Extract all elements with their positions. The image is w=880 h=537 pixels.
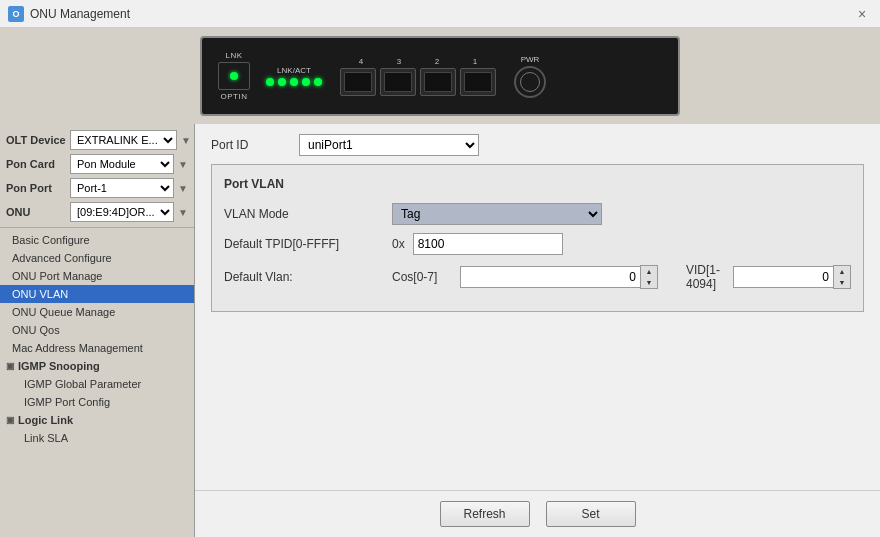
set-button[interactable]: Set bbox=[546, 501, 636, 527]
default-tpid-label: Default TPID[0-FFFF] bbox=[224, 237, 384, 251]
vid-section: VID[1-4094] ▲ ▼ bbox=[686, 263, 851, 291]
sidebar-divider bbox=[0, 227, 194, 228]
vlan-mode-row: VLAN Mode Tag bbox=[224, 203, 851, 225]
vid-increment-button[interactable]: ▲ bbox=[834, 266, 850, 277]
cos-label: Cos[0-7] bbox=[392, 270, 452, 284]
ports-section: 4 3 2 1 bbox=[338, 57, 498, 96]
logic-link-label: Logic Link bbox=[18, 414, 73, 426]
port-vlan-title: Port VLAN bbox=[224, 177, 851, 191]
sidebar-item-onu-vlan[interactable]: ONU VLAN bbox=[0, 285, 194, 303]
vid-spinbox-buttons: ▲ ▼ bbox=[833, 265, 851, 289]
sidebar-item-basic-configure[interactable]: Basic Configure bbox=[0, 231, 194, 249]
port-3 bbox=[380, 68, 416, 96]
onu-select[interactable]: [09:E9:4D]OR... bbox=[70, 202, 174, 222]
default-tpid-input[interactable] bbox=[413, 233, 563, 255]
vlan-mode-select[interactable]: Tag bbox=[392, 203, 602, 225]
refresh-button[interactable]: Refresh bbox=[440, 501, 530, 527]
pon-port-select[interactable]: Port-1 bbox=[70, 178, 174, 198]
led-5 bbox=[266, 78, 274, 86]
pon-card-row: Pon Card Pon Module ▼ bbox=[0, 152, 194, 176]
olt-device-label: OLT Device bbox=[6, 134, 66, 146]
default-tpid-row: Default TPID[0-FFFF] 0x bbox=[224, 233, 851, 255]
lnk-box bbox=[218, 62, 250, 90]
pwr-inner bbox=[520, 72, 540, 92]
cos-decrement-button[interactable]: ▼ bbox=[641, 277, 657, 288]
title-bar: O ONU Management × bbox=[0, 0, 880, 28]
device-image: LNK OPTIN LNK/ACT 4 bbox=[200, 36, 680, 116]
sidebar-item-link-sla[interactable]: Link SLA bbox=[0, 429, 194, 447]
led-4 bbox=[278, 78, 286, 86]
vid-input[interactable] bbox=[733, 266, 833, 288]
window-title: ONU Management bbox=[30, 7, 852, 21]
igmp-snooping-label: IGMP Snooping bbox=[18, 360, 100, 372]
lnkact-section: LNK/ACT bbox=[266, 66, 322, 86]
logic-link-expand-icon: ▣ bbox=[6, 415, 15, 425]
default-vlan-label: Default Vlan: bbox=[224, 270, 384, 284]
tpid-prefix: 0x bbox=[392, 237, 405, 251]
pwr-section: PWR bbox=[514, 55, 546, 98]
pon-port-label: Pon Port bbox=[6, 182, 66, 194]
close-button[interactable]: × bbox=[852, 4, 872, 24]
igmp-snooping-header[interactable]: ▣ IGMP Snooping bbox=[0, 357, 194, 375]
app-icon: O bbox=[8, 6, 24, 22]
led-2 bbox=[302, 78, 310, 86]
lnkact-leds bbox=[266, 78, 322, 86]
port-id-row: Port ID uniPort1 bbox=[211, 134, 864, 156]
sidebar-item-igmp-port-config[interactable]: IGMP Port Config bbox=[0, 393, 194, 411]
pwr-label: PWR bbox=[521, 55, 540, 64]
optin-label: OPTIN bbox=[221, 92, 248, 101]
cos-spinbox: ▲ ▼ bbox=[460, 265, 658, 289]
vid-decrement-button[interactable]: ▼ bbox=[834, 277, 850, 288]
cos-increment-button[interactable]: ▲ bbox=[641, 266, 657, 277]
logic-link-header[interactable]: ▣ Logic Link bbox=[0, 411, 194, 429]
sidebar-item-igmp-global-parameter[interactable]: IGMP Global Parameter bbox=[0, 375, 194, 393]
right-panel: Port ID uniPort1 Port VLAN VLAN Mode Tag bbox=[195, 124, 880, 537]
port-4 bbox=[340, 68, 376, 96]
port-2 bbox=[420, 68, 456, 96]
ports-row bbox=[340, 68, 496, 96]
lnkact-label: LNK/ACT bbox=[277, 66, 311, 75]
lnk-label: LNK bbox=[225, 51, 242, 60]
sidebar-item-onu-port-manage[interactable]: ONU Port Manage bbox=[0, 267, 194, 285]
olt-device-select[interactable]: EXTRALINK E... bbox=[70, 130, 177, 150]
cos-input[interactable] bbox=[460, 266, 640, 288]
vid-spinbox: ▲ ▼ bbox=[733, 265, 851, 289]
onu-label: ONU bbox=[6, 206, 66, 218]
default-vlan-row: Default Vlan: Cos[0-7] ▲ ▼ VID[1-4094] bbox=[224, 263, 851, 291]
sidebar: OLT Device EXTRALINK E... ▼ Pon Card Pon… bbox=[0, 124, 195, 537]
pon-card-label: Pon Card bbox=[6, 158, 66, 170]
port-id-select[interactable]: uniPort1 bbox=[299, 134, 479, 156]
lnk-led bbox=[230, 72, 238, 80]
lnk-section: LNK OPTIN bbox=[218, 51, 250, 101]
sidebar-item-onu-queue-manage[interactable]: ONU Queue Manage bbox=[0, 303, 194, 321]
vlan-mode-label: VLAN Mode bbox=[224, 207, 384, 221]
device-panel: LNK OPTIN LNK/ACT 4 bbox=[0, 28, 880, 124]
led-1 bbox=[314, 78, 322, 86]
pon-port-row: Pon Port Port-1 ▼ bbox=[0, 176, 194, 200]
igmp-expand-icon: ▣ bbox=[6, 361, 15, 371]
sidebar-item-advanced-configure[interactable]: Advanced Configure bbox=[0, 249, 194, 267]
pwr-circle bbox=[514, 66, 546, 98]
panel-content: Port ID uniPort1 Port VLAN VLAN Mode Tag bbox=[195, 124, 880, 490]
led-3 bbox=[290, 78, 298, 86]
olt-device-row: OLT Device EXTRALINK E... ▼ bbox=[0, 128, 194, 152]
pon-card-select[interactable]: Pon Module bbox=[70, 154, 174, 174]
sidebar-item-mac-address-management[interactable]: Mac Address Management bbox=[0, 339, 194, 357]
sidebar-item-onu-qos[interactable]: ONU Qos bbox=[0, 321, 194, 339]
onu-row: ONU [09:E9:4D]OR... ▼ bbox=[0, 200, 194, 224]
port-numbers: 4 3 2 1 bbox=[338, 57, 498, 66]
main-window: LNK OPTIN LNK/ACT 4 bbox=[0, 28, 880, 537]
port-vlan-section: Port VLAN VLAN Mode Tag Default TPID[0-F… bbox=[211, 164, 864, 312]
port-id-label: Port ID bbox=[211, 138, 291, 152]
vid-label: VID[1-4094] bbox=[686, 263, 725, 291]
port-1 bbox=[460, 68, 496, 96]
content-area: OLT Device EXTRALINK E... ▼ Pon Card Pon… bbox=[0, 124, 880, 537]
cos-spinbox-buttons: ▲ ▼ bbox=[640, 265, 658, 289]
button-bar: Refresh Set bbox=[195, 490, 880, 537]
